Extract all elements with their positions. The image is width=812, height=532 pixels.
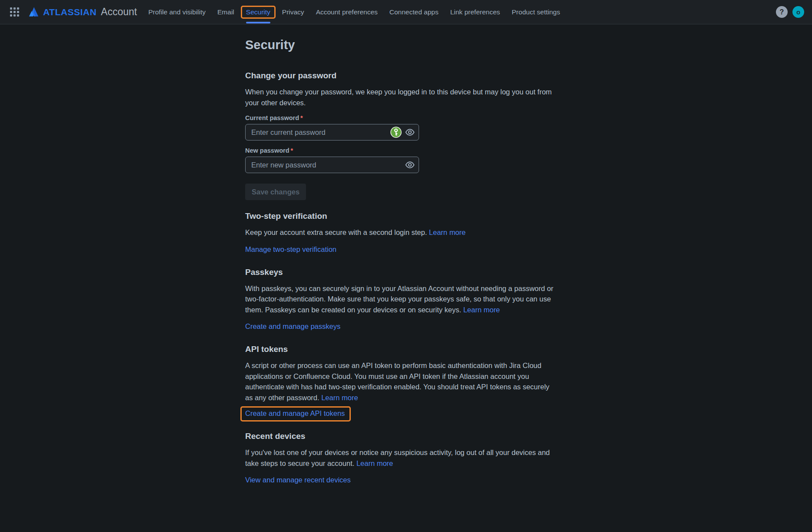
create-manage-passkeys-link[interactable]: Create and manage passkeys bbox=[245, 322, 340, 330]
required-asterisk: * bbox=[300, 114, 303, 121]
new-password-label: New password* bbox=[245, 147, 556, 154]
page-title: Security bbox=[245, 37, 556, 52]
recent-devices-learn-more-link[interactable]: Learn more bbox=[356, 459, 393, 467]
change-password-description: When you change your password, we keep y… bbox=[245, 87, 556, 108]
nav-tab-profile-and-visibility[interactable]: Profile and visibility bbox=[148, 7, 206, 18]
two-step-verification-section: Two-step verification Keep your account … bbox=[245, 211, 556, 254]
atlassian-logo-icon bbox=[28, 6, 40, 18]
new-password-input-icons bbox=[405, 157, 415, 173]
api-tokens-annotation-box: Create and manage API tokens bbox=[240, 406, 351, 422]
recent-devices-section: Recent devices If you've lost one of you… bbox=[245, 431, 556, 485]
nav-tab-link-preferences[interactable]: Link preferences bbox=[450, 7, 500, 18]
current-password-field-wrap bbox=[245, 124, 419, 141]
primary-navigation: Profile and visibility Email Security Pr… bbox=[148, 0, 560, 24]
question-mark-icon: ? bbox=[780, 8, 784, 16]
two-step-heading: Two-step verification bbox=[245, 211, 556, 221]
new-password-input[interactable] bbox=[245, 157, 419, 173]
change-password-section: Change your password When you change you… bbox=[245, 70, 556, 200]
change-password-heading: Change your password bbox=[245, 70, 556, 81]
app-grid-icon bbox=[10, 7, 19, 17]
current-password-label: Current password* bbox=[245, 114, 556, 121]
save-changes-button[interactable]: Save changes bbox=[245, 184, 306, 200]
logo-wordmark: ATLASSIAN bbox=[43, 7, 97, 17]
new-password-field-wrap bbox=[245, 157, 419, 173]
api-tokens-section: API tokens A script or other process can… bbox=[245, 344, 556, 422]
view-manage-recent-devices-link[interactable]: View and manage recent devices bbox=[245, 476, 351, 484]
atlassian-account-logo[interactable]: ATLASSIAN Account bbox=[28, 6, 137, 18]
two-step-learn-more-link[interactable]: Learn more bbox=[429, 228, 466, 236]
recent-devices-heading: Recent devices bbox=[245, 431, 556, 442]
manage-two-step-link[interactable]: Manage two-step verification bbox=[245, 245, 336, 253]
api-tokens-description: A script or other process can use an API… bbox=[245, 360, 556, 403]
create-manage-api-tokens-link[interactable]: Create and manage API tokens bbox=[245, 409, 345, 417]
passkeys-description: With passkeys, you can securely sign in … bbox=[245, 283, 556, 315]
active-tab-indicator bbox=[246, 22, 270, 23]
nav-tab-security-label: Security bbox=[246, 8, 270, 16]
user-avatar[interactable]: o bbox=[792, 6, 804, 18]
password-manager-key-icon[interactable] bbox=[390, 127, 402, 138]
current-password-input-icons bbox=[390, 124, 415, 141]
recent-devices-description: If you've lost one of your devices or no… bbox=[245, 447, 556, 468]
api-tokens-heading: API tokens bbox=[245, 344, 556, 355]
passkeys-heading: Passkeys bbox=[245, 267, 556, 278]
api-tokens-learn-more-link[interactable]: Learn more bbox=[321, 394, 358, 402]
app-switcher-button[interactable] bbox=[7, 5, 22, 20]
required-asterisk: * bbox=[291, 147, 293, 154]
nav-tab-email[interactable]: Email bbox=[217, 7, 234, 18]
passkeys-section: Passkeys With passkeys, you can securely… bbox=[245, 267, 556, 331]
top-navbar: ATLASSIAN Account Profile and visibility… bbox=[0, 0, 812, 24]
nav-tab-privacy[interactable]: Privacy bbox=[282, 7, 304, 18]
show-password-eye-icon[interactable] bbox=[405, 160, 415, 170]
show-password-eye-icon[interactable] bbox=[405, 127, 415, 137]
avatar-initial: o bbox=[796, 8, 800, 16]
nav-tab-connected-apps[interactable]: Connected apps bbox=[389, 7, 439, 18]
passkeys-learn-more-link[interactable]: Learn more bbox=[463, 306, 500, 314]
navbar-actions: ? o bbox=[776, 6, 804, 18]
logo-account-label: Account bbox=[101, 6, 137, 18]
two-step-description: Keep your account extra secure with a se… bbox=[245, 227, 556, 238]
nav-tab-security[interactable]: Security bbox=[241, 6, 276, 19]
security-settings-content: Security Change your password When you c… bbox=[245, 24, 556, 485]
nav-tab-product-settings[interactable]: Product settings bbox=[512, 7, 560, 18]
help-button[interactable]: ? bbox=[776, 6, 788, 18]
nav-tab-account-preferences[interactable]: Account preferences bbox=[316, 7, 378, 18]
